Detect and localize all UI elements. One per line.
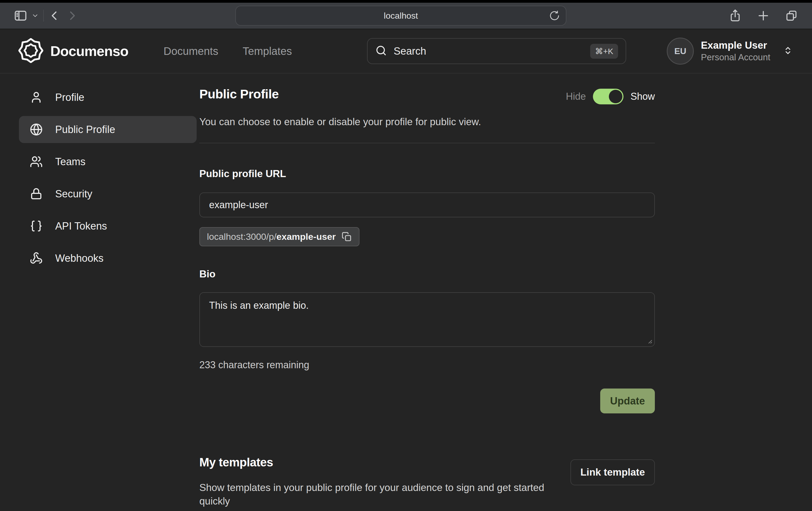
tab-overview-icon[interactable] xyxy=(783,7,800,24)
page-body: Profile Public Profile Teams Security AP… xyxy=(0,73,812,511)
bio-textarea[interactable]: This is an example bio. xyxy=(199,292,655,347)
address-bar[interactable]: localhost xyxy=(235,6,567,26)
braces-icon xyxy=(30,219,43,233)
new-tab-icon[interactable] xyxy=(755,7,772,24)
share-icon[interactable] xyxy=(727,7,744,24)
sidebar-item-label: Teams xyxy=(55,156,85,168)
link-template-button[interactable]: Link template xyxy=(571,459,655,485)
search-shortcut-badge: ⌘+K xyxy=(590,44,618,59)
sidebar-item-teams[interactable]: Teams xyxy=(19,148,197,175)
characters-remaining: 233 characters remaining xyxy=(199,359,655,371)
sidebar-chevron-icon[interactable] xyxy=(29,7,41,24)
nav-templates[interactable]: Templates xyxy=(243,45,292,57)
sidebar-item-label: Webhooks xyxy=(55,252,104,264)
resize-grip-icon[interactable] xyxy=(646,338,653,345)
bio-field-label: Bio xyxy=(199,269,655,280)
settings-sidebar: Profile Public Profile Teams Security AP… xyxy=(0,73,199,511)
screen: localhost Documen xyxy=(0,0,812,511)
profile-url-copy-chip[interactable]: localhost:3000/p/example-user xyxy=(199,227,359,246)
toolbar-separator xyxy=(43,10,44,22)
webhook-icon xyxy=(30,252,43,265)
search-icon xyxy=(375,44,387,58)
update-row: Update xyxy=(199,389,655,413)
brand-name: Documenso xyxy=(50,43,128,59)
globe-icon xyxy=(30,123,43,136)
update-button[interactable]: Update xyxy=(600,389,655,413)
sidebar-item-label: API Tokens xyxy=(55,220,107,232)
toggle-hide-label: Hide xyxy=(566,91,586,102)
sidebar-item-webhooks[interactable]: Webhooks xyxy=(19,245,197,272)
sidebar-item-profile[interactable]: Profile xyxy=(19,84,197,111)
profile-url-prefix: localhost:3000/p/ xyxy=(207,232,277,242)
page-title: Public Profile xyxy=(199,87,279,101)
profile-visibility-toggle[interactable] xyxy=(593,89,624,104)
sidebar-item-label: Profile xyxy=(55,92,84,103)
public-profile-url-input[interactable] xyxy=(199,192,655,217)
profile-visibility-toggle-row: Hide Show xyxy=(566,89,655,104)
url-field-label: Public profile URL xyxy=(199,168,655,180)
divider xyxy=(199,143,655,143)
bio-wrap: This is an example bio. xyxy=(199,280,655,348)
nav-documents[interactable]: Documents xyxy=(164,45,218,57)
sidebar-item-public-profile[interactable]: Public Profile xyxy=(19,116,197,143)
avatar[interactable]: EU xyxy=(667,37,694,65)
window-top-strip xyxy=(0,0,812,3)
public-profile-header: Public Profile Hide Show xyxy=(199,87,655,104)
my-templates-header: My templates Show templates in your publ… xyxy=(199,456,655,508)
profile-url-text: localhost:3000/p/example-user xyxy=(207,232,336,242)
brand[interactable]: Documenso xyxy=(19,38,128,64)
chevrons-up-down-icon[interactable] xyxy=(782,45,793,57)
my-templates-description: Show templates in your public profile fo… xyxy=(199,481,559,508)
sidebar-item-label: Security xyxy=(55,188,92,200)
my-templates-title: My templates xyxy=(199,456,559,469)
lock-icon xyxy=(30,187,43,200)
sidebar-item-security[interactable]: Security xyxy=(19,180,197,207)
page-description: You can choose to enable or disable your… xyxy=(199,116,655,128)
browser-toolbar-left xyxy=(12,7,81,24)
toggle-show-label: Show xyxy=(631,91,655,102)
search-bar[interactable]: ⌘+K xyxy=(367,38,626,64)
copy-icon xyxy=(342,232,352,242)
back-icon[interactable] xyxy=(46,7,63,24)
documenso-logo-icon xyxy=(19,38,43,64)
sidebar-item-api-tokens[interactable]: API Tokens xyxy=(19,212,197,240)
browser-toolbar: localhost xyxy=(0,3,812,29)
search-input[interactable] xyxy=(394,46,583,57)
user-meta: Example User Personal Account xyxy=(701,40,770,62)
user-icon xyxy=(30,91,43,104)
app-header: Documenso Documents Templates ⌘+K EU Exa… xyxy=(0,29,812,73)
users-icon xyxy=(30,155,43,168)
my-templates-text: My templates Show templates in your publ… xyxy=(199,456,559,508)
reload-icon[interactable] xyxy=(549,10,560,21)
main-content: Public Profile Hide Show You can choose … xyxy=(199,73,655,511)
sidebar-toggle-icon[interactable] xyxy=(12,7,29,24)
toggle-knob xyxy=(609,90,622,103)
forward-icon[interactable] xyxy=(63,7,81,24)
main-nav: Documents Templates xyxy=(164,45,292,57)
sidebar-item-label: Public Profile xyxy=(55,124,115,136)
user-name: Example User xyxy=(701,40,770,51)
user-account-type: Personal Account xyxy=(701,52,770,62)
browser-toolbar-right xyxy=(727,7,800,24)
user-menu[interactable]: EU Example User Personal Account xyxy=(667,37,793,65)
address-bar-url[interactable]: localhost xyxy=(384,11,418,21)
profile-url-slug: example-user xyxy=(277,232,336,242)
